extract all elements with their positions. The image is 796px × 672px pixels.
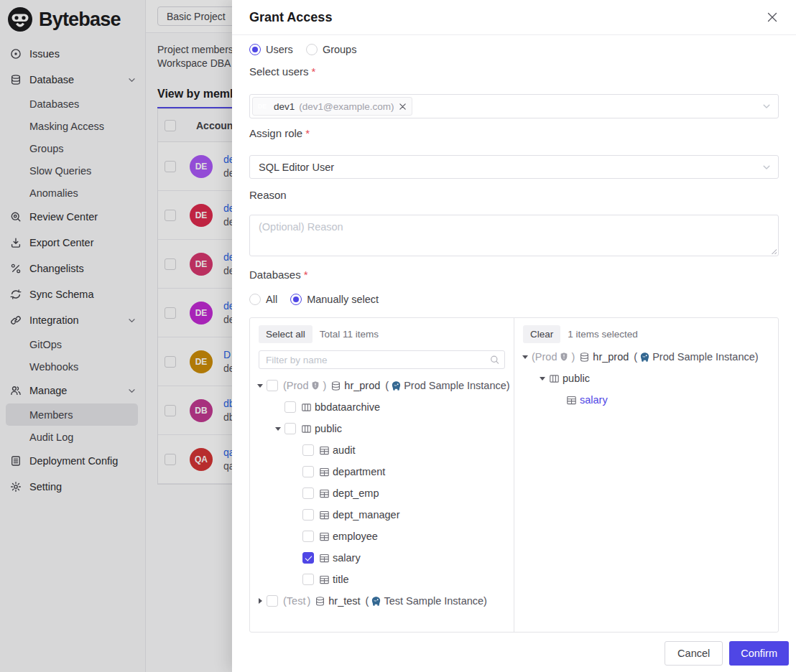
remove-user-icon[interactable] bbox=[399, 103, 407, 111]
checkbox[interactable] bbox=[302, 509, 314, 521]
environment-text: (Prod bbox=[283, 380, 308, 391]
table-icon bbox=[319, 553, 330, 564]
filter-field bbox=[259, 350, 505, 369]
schema-icon bbox=[301, 424, 312, 434]
checkbox[interactable] bbox=[267, 380, 278, 391]
checkbox[interactable] bbox=[302, 552, 314, 564]
schema-icon bbox=[549, 373, 560, 384]
select-users-input[interactable]: DE dev1 (dev1@example.com) bbox=[249, 94, 779, 118]
instance-text: ( bbox=[366, 595, 369, 607]
checkbox[interactable] bbox=[302, 444, 314, 456]
instance-text: ( bbox=[634, 351, 637, 363]
radio-manually-select[interactable]: Manually select bbox=[290, 294, 379, 305]
database-mode-radio-group: AllManually select bbox=[249, 294, 779, 305]
tree-item-name: hr_prod bbox=[593, 351, 629, 363]
radio-label: All bbox=[266, 294, 277, 305]
instance-label: (Prod Sample Instance) bbox=[634, 351, 758, 363]
tree-item-employee[interactable]: employee bbox=[250, 526, 514, 547]
tree-item-name: salary bbox=[580, 394, 608, 406]
checkbox[interactable] bbox=[284, 423, 296, 434]
assign-role-value: SQL Editor User bbox=[259, 162, 334, 173]
radio-all[interactable]: All bbox=[249, 294, 277, 305]
radio-groups[interactable]: Groups bbox=[306, 44, 357, 55]
tree-item-title[interactable]: title bbox=[250, 569, 514, 590]
select-users-label: Select users * bbox=[249, 65, 779, 78]
radio-selected-icon bbox=[249, 44, 261, 55]
tree-item-salary[interactable]: salary bbox=[514, 389, 778, 411]
database-icon bbox=[330, 381, 341, 391]
filter-by-name-input[interactable] bbox=[259, 350, 505, 369]
tree-item-name: employee bbox=[333, 531, 378, 542]
environment-label: (Test) bbox=[283, 595, 310, 607]
tree-item-dept-manager[interactable]: dept_manager bbox=[250, 504, 514, 526]
caret-down-icon[interactable] bbox=[519, 355, 532, 359]
caret-down-icon[interactable] bbox=[272, 427, 284, 431]
tree-item-public[interactable]: public bbox=[514, 368, 778, 389]
chip-user-email: (dev1@example.com) bbox=[299, 101, 394, 112]
assign-role-label-text: Assign role bbox=[249, 127, 302, 139]
tree-item-hr-prod[interactable]: (Prod)hr_prod(Prod Sample Instance) bbox=[250, 375, 514, 396]
assign-role-select[interactable]: SQL Editor User bbox=[249, 155, 779, 179]
checkbox[interactable] bbox=[267, 595, 278, 607]
tree-item-name: hr_prod bbox=[344, 380, 380, 391]
caret-right-icon[interactable] bbox=[254, 598, 267, 604]
required-mark: * bbox=[312, 65, 316, 78]
database-icon bbox=[315, 596, 325, 607]
radio-users[interactable]: Users bbox=[249, 44, 293, 55]
environment-text: (Test bbox=[283, 595, 305, 607]
modal-body: UsersGroups Select users * DE dev1 (dev1… bbox=[232, 35, 796, 633]
checkbox[interactable] bbox=[302, 531, 314, 542]
table-icon bbox=[566, 395, 577, 406]
clear-button[interactable]: Clear bbox=[523, 325, 560, 343]
reason-field bbox=[249, 215, 779, 256]
assign-role-label: Assign role * bbox=[249, 127, 779, 139]
checkbox[interactable] bbox=[302, 487, 314, 499]
selected-tree: (Prod)hr_prod(Prod Sample Instance)publi… bbox=[514, 343, 778, 411]
tree-item-department[interactable]: department bbox=[250, 461, 514, 482]
environment-text: ) bbox=[571, 351, 575, 363]
tree-item-hr-prod[interactable]: (Prod)hr_prod(Prod Sample Instance) bbox=[514, 346, 778, 368]
radio-label: Users bbox=[266, 44, 293, 55]
picker-right-header: Clear 1 items selected bbox=[514, 318, 778, 343]
confirm-button[interactable]: Confirm bbox=[729, 641, 789, 666]
selected-count-text: 1 items selected bbox=[568, 329, 638, 340]
environment-text: (Prod bbox=[532, 351, 557, 363]
schema-icon bbox=[301, 402, 312, 413]
shield-icon bbox=[559, 352, 569, 362]
close-icon[interactable] bbox=[766, 11, 779, 24]
table-icon bbox=[319, 531, 330, 542]
tree-item-name: dept_emp bbox=[333, 487, 379, 499]
instance-text: ( bbox=[385, 380, 389, 391]
tree-item-name: salary bbox=[333, 552, 361, 564]
caret-down-icon[interactable] bbox=[254, 384, 267, 388]
database-picker-source: Select all Total 11 items (Prod)hr_prod(… bbox=[250, 318, 514, 632]
shield-icon bbox=[310, 381, 320, 391]
caret-down-icon[interactable] bbox=[536, 377, 549, 381]
cancel-button[interactable]: Cancel bbox=[665, 641, 723, 666]
tree-item-hr-test[interactable]: (Test)hr_test(Test Sample Instance) bbox=[250, 590, 514, 612]
select-all-button[interactable]: Select all bbox=[259, 325, 313, 343]
modal-header: Grant Access bbox=[232, 0, 796, 35]
reason-label: Reason bbox=[249, 189, 779, 201]
chevron-down-icon bbox=[762, 162, 772, 172]
instance-text: Test Sample Instance) bbox=[384, 595, 486, 607]
instance-label: (Prod Sample Instance) bbox=[385, 380, 509, 391]
tree-item-audit[interactable]: audit bbox=[250, 439, 514, 461]
checkbox[interactable] bbox=[284, 401, 296, 413]
grant-access-modal: Grant Access UsersGroups Select users * … bbox=[232, 0, 796, 672]
chevron-down-icon bbox=[762, 101, 772, 111]
checkbox[interactable] bbox=[302, 466, 314, 477]
database-picker-selected: Clear 1 items selected (Prod)hr_prod(Pro… bbox=[514, 318, 778, 632]
tree-item-bbdataarchive[interactable]: bbdataarchive bbox=[250, 396, 514, 418]
postgres-icon bbox=[639, 352, 650, 363]
reason-textarea[interactable] bbox=[249, 215, 779, 256]
tree-item-dept-emp[interactable]: dept_emp bbox=[250, 482, 514, 504]
tree-item-name: title bbox=[333, 574, 349, 585]
tree-item-public[interactable]: public bbox=[250, 418, 514, 439]
table-icon bbox=[319, 574, 330, 585]
checkbox[interactable] bbox=[302, 574, 314, 585]
tree-item-salary[interactable]: salary bbox=[250, 547, 514, 569]
postgres-icon bbox=[371, 596, 381, 607]
table-icon bbox=[319, 488, 330, 499]
tree-item-name: dept_manager bbox=[333, 509, 400, 521]
